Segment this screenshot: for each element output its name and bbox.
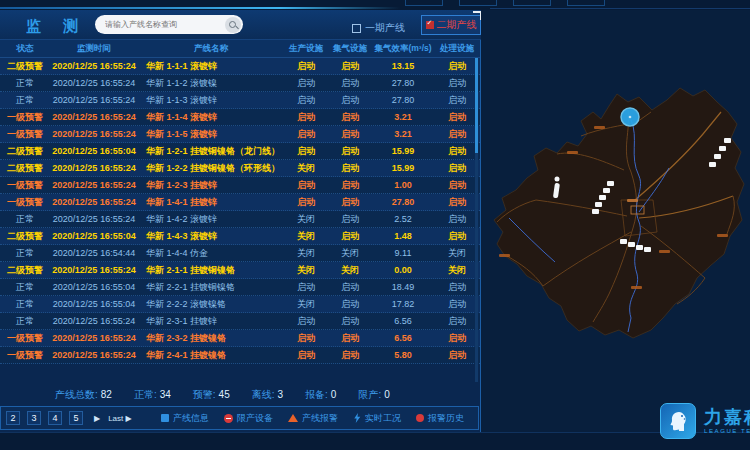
cell-gas: 启动: [328, 77, 372, 90]
logo-en: LEAGUE TE: [704, 428, 750, 434]
cell-time: 2020/12/25 16:55:24: [50, 316, 138, 326]
table-row[interactable]: 正常2020/12/25 16:55:24华新 1-1-3 滚镀锌启动启动27.…: [0, 92, 480, 109]
cell-treat: 启动: [434, 94, 480, 107]
page-button-2[interactable]: 2: [6, 411, 20, 425]
cell-status: 正常: [0, 298, 50, 311]
top-line-right: [490, 8, 750, 9]
cell-status: 二级预警: [0, 162, 50, 175]
phase2-label: 二期产线: [437, 18, 477, 32]
cell-eff: 27.80: [372, 197, 434, 207]
cell-status: 正常: [0, 315, 50, 328]
cell-eff: 2.52: [372, 214, 434, 224]
table-row[interactable]: 二级预警2020/12/25 16:55:24华新 1-1-1 滚镀锌启动启动1…: [0, 58, 480, 75]
page-button-4[interactable]: 4: [48, 411, 62, 425]
legend-limited-device[interactable]: 限产设备: [224, 412, 273, 425]
cell-status: 一级预警: [0, 111, 50, 124]
table-row[interactable]: 二级预警2020/12/25 16:55:24华新 2-1-1 挂镀铜镍铬关闭关…: [0, 262, 480, 279]
cell-time: 2020/12/25 16:55:24: [50, 95, 138, 105]
phase1-checkbox[interactable]: 一期产线: [352, 21, 405, 35]
cell-name: 华新 1-2-1 挂镀铜镍铬（龙门线）: [138, 145, 284, 158]
cell-eff: 15.99: [372, 163, 434, 173]
legend-realtime-status[interactable]: 实时工况: [353, 412, 401, 425]
table-row[interactable]: 正常2020/12/25 16:55:04华新 2-2-2 滚镀镍铬关闭启动17…: [0, 296, 480, 313]
scrollbar-thumb[interactable]: [475, 58, 478, 153]
table-row[interactable]: 正常2020/12/25 16:55:04华新 2-2-1 挂镀铜镍铬启动启动1…: [0, 279, 480, 296]
summary-label: 限产:: [358, 389, 381, 400]
cell-eff: 13.15: [372, 61, 434, 71]
cell-gas: 启动: [328, 60, 372, 73]
cell-treat: 启动: [434, 162, 480, 175]
legend-alarm-history[interactable]: 报警历史: [416, 412, 464, 425]
cell-treat: 关闭: [434, 264, 480, 277]
table-row[interactable]: 一级预警2020/12/25 16:55:24华新 1-1-5 滚镀锌启动启动3…: [0, 126, 480, 143]
table-row[interactable]: 二级预警2020/12/25 16:55:24华新 1-2-2 挂镀铜镍铬（环形…: [0, 160, 480, 177]
column-header: 集气设施: [328, 43, 372, 55]
cell-gas: 启动: [328, 213, 372, 226]
cell-treat: 启动: [434, 111, 480, 124]
no-entry-icon: [224, 414, 233, 423]
last-page-button[interactable]: Last ▶: [108, 414, 132, 423]
table-row[interactable]: 一级预警2020/12/25 16:55:24华新 1-4-1 挂镀锌启动启动2…: [0, 194, 480, 211]
deco-box: [459, 0, 497, 6]
table-row[interactable]: 一级预警2020/12/25 16:55:24华新 2-4-1 挂镀镍铬启动启动…: [0, 347, 480, 364]
phase2-button[interactable]: 二期产线: [421, 15, 481, 35]
column-header: 产线名称: [138, 43, 284, 55]
cell-prod: 关闭: [284, 162, 328, 175]
table-row[interactable]: 二级预警2020/12/25 16:55:04华新 1-2-1 挂镀铜镍铬（龙门…: [0, 143, 480, 160]
summary-value: 3: [278, 389, 284, 400]
cell-name: 华新 2-2-2 滚镀镍铬: [138, 298, 284, 311]
search-input[interactable]: [95, 20, 225, 29]
cell-eff: 5.80: [372, 350, 434, 360]
table-row[interactable]: 正常2020/12/25 16:55:24华新 2-3-1 挂镀锌启动启动6.5…: [0, 313, 480, 330]
column-header: 生产设施: [284, 43, 328, 55]
table-row[interactable]: 正常2020/12/25 16:55:24华新 1-4-2 滚镀锌关闭启动2.5…: [0, 211, 480, 228]
legend-line-info[interactable]: 产线信息: [161, 412, 209, 425]
cell-prod: 关闭: [284, 298, 328, 311]
cell-status: 二级预警: [0, 264, 50, 277]
cell-name: 华新 1-4-4 仿金: [138, 247, 284, 260]
checkbox-icon[interactable]: [352, 24, 361, 33]
cell-status: 正常: [0, 77, 50, 90]
cell-name: 华新 2-1-1 挂镀铜镍铬: [138, 264, 284, 277]
deco-box: [405, 0, 443, 6]
cell-prod: 关闭: [284, 247, 328, 260]
table-body: 二级预警2020/12/25 16:55:24华新 1-1-1 滚镀锌启动启动1…: [0, 58, 480, 385]
cell-gas: 启动: [328, 315, 372, 328]
cell-eff: 1.48: [372, 231, 434, 241]
legend: 产线信息 限产设备 产线报警 实时工况 报警历史: [161, 412, 478, 425]
table-row[interactable]: 一级预警2020/12/25 16:55:24华新 1-2-3 挂镀锌启动启动1…: [0, 177, 480, 194]
top-strip: [0, 0, 750, 10]
pagination: 2345: [6, 411, 90, 425]
cell-gas: 启动: [328, 162, 372, 175]
cell-gas: 启动: [328, 230, 372, 243]
footer-strip: [0, 432, 750, 450]
next-page-button[interactable]: ▶: [94, 414, 100, 423]
cell-time: 2020/12/25 16:55:24: [50, 78, 138, 88]
page-button-5[interactable]: 5: [69, 411, 83, 425]
logo-text: 力嘉科技 LEAGUE TE: [704, 408, 750, 434]
map-marker[interactable]: [621, 108, 639, 126]
cell-name: 华新 1-1-4 滚镀锌: [138, 111, 284, 124]
search-icon[interactable]: [225, 17, 241, 33]
cell-time: 2020/12/25 16:55:24: [50, 214, 138, 224]
table-row[interactable]: 一级预警2020/12/25 16:55:24华新 2-3-2 挂镀镍铬启动启动…: [0, 330, 480, 347]
table-row[interactable]: 正常2020/12/25 16:55:24华新 1-1-2 滚镀镍启动启动27.…: [0, 75, 480, 92]
map-panel: [481, 10, 750, 432]
cell-status: 一级预警: [0, 179, 50, 192]
top-glow-line: [0, 7, 400, 9]
cell-name: 华新 1-4-1 挂镀锌: [138, 196, 284, 209]
cell-gas: 启动: [328, 281, 372, 294]
cell-time: 2020/12/25 16:55:04: [50, 146, 138, 156]
summary-label: 预警:: [193, 389, 216, 400]
column-header: 监测时间: [50, 43, 138, 55]
bolt-icon: [353, 413, 361, 423]
table-row[interactable]: 正常2020/12/25 16:54:44华新 1-4-4 仿金关闭关闭9.11…: [0, 245, 480, 262]
legend-line-alarm[interactable]: 产线报警: [288, 412, 338, 425]
brand-logo: 力嘉科技 LEAGUE TE: [660, 403, 750, 439]
region-map[interactable]: [481, 50, 750, 360]
cell-treat: 启动: [434, 128, 480, 141]
cell-eff: 6.56: [372, 316, 434, 326]
table-row[interactable]: 二级预警2020/12/25 16:55:04华新 1-4-3 滚镀锌关闭启动1…: [0, 228, 480, 245]
table-row[interactable]: 一级预警2020/12/25 16:55:24华新 1-1-4 滚镀锌启动启动3…: [0, 109, 480, 126]
page-button-3[interactable]: 3: [27, 411, 41, 425]
